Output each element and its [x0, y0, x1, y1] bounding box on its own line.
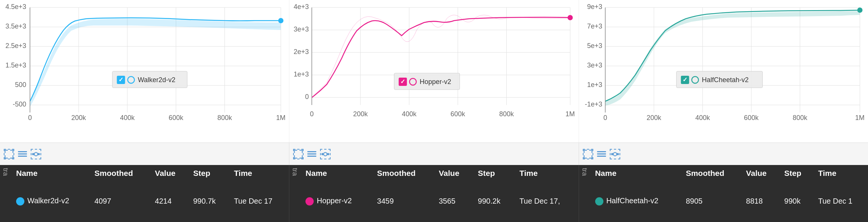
walker2d-data-table: Name Smoothed Value Step Time Walker2d-v…: [11, 165, 289, 222]
svg-point-98: [611, 153, 613, 155]
svg-text:0: 0: [305, 93, 309, 100]
halfcheetah-col-header-value: Value: [741, 165, 779, 180]
svg-text:-1e+3: -1e+3: [585, 100, 602, 108]
svg-text:200k: 200k: [647, 114, 661, 122]
svg-text:2e+3: 2e+3: [294, 48, 309, 56]
hopper-data-table: Name Smoothed Value Step Time Hopper-v2 …: [300, 165, 578, 222]
svg-text:3e+3: 3e+3: [587, 62, 602, 69]
svg-text:600k: 600k: [744, 114, 759, 122]
svg-point-53: [568, 15, 573, 20]
svg-text:3.5e+3: 3.5e+3: [5, 22, 26, 30]
walker2d-chart-container: 4.5e+3 3.5e+3 2.5e+3 1.5e+3 500 -500 0 2…: [0, 0, 289, 142]
svg-text:9e+3: 9e+3: [587, 3, 602, 10]
svg-text:✓: ✓: [682, 76, 687, 83]
hopper-tra-label: tra: [289, 165, 300, 222]
svg-text:400k: 400k: [695, 114, 710, 122]
walker2d-data-row: Walker2d-v2 4097 4214 990.7k Tue Dec 17: [11, 180, 289, 222]
col-header-step: Step: [188, 165, 229, 180]
hopper-value-cell: 3565: [434, 180, 473, 222]
walker2d-row-icon: [16, 197, 24, 206]
halfcheetah-tra-label: tra: [579, 165, 590, 222]
svg-text:7e+3: 7e+3: [587, 22, 602, 30]
svg-point-97: [613, 152, 617, 156]
halfcheetah-data-row: HalfCheetah-v2 8905 8818 990k Tue Dec 1: [590, 180, 868, 222]
svg-text:1M: 1M: [855, 114, 865, 122]
settings-icon-3[interactable]: [610, 149, 620, 159]
expand-icon[interactable]: [4, 149, 14, 159]
svg-text:200k: 200k: [71, 114, 86, 122]
halfcheetah-col-header-step: Step: [779, 165, 813, 180]
svg-text:1e+3: 1e+3: [294, 70, 309, 78]
svg-text:800k: 800k: [217, 114, 232, 122]
svg-point-95: [322, 153, 324, 155]
walker2d-chart-area: 4.5e+3 3.5e+3 2.5e+3 1.5e+3 500 -500 0 2…: [0, 0, 289, 142]
tables-row: tra Name Smoothed Value Step Time Walker…: [0, 165, 868, 222]
col-header-time: Time: [229, 165, 289, 180]
svg-point-96: [327, 153, 329, 155]
halfcheetah-data-table: Name Smoothed Value Step Time HalfCheeta…: [590, 165, 868, 222]
walker2d-step-cell: 990.7k: [188, 180, 229, 222]
settings-icon-2[interactable]: [320, 149, 331, 159]
svg-text:0: 0: [28, 114, 32, 122]
walker2d-name-cell: Walker2d-v2: [11, 180, 89, 222]
svg-text:5e+3: 5e+3: [587, 42, 602, 50]
lines-icon-2[interactable]: [307, 150, 317, 158]
svg-text:1e+3: 1e+3: [587, 81, 602, 88]
svg-text:1.5e+3: 1.5e+3: [5, 62, 26, 69]
hopper-row-icon: [305, 197, 314, 206]
halfcheetah-step-cell: 990k: [779, 180, 813, 222]
lines-icon-3[interactable]: [596, 150, 607, 158]
walker2d-time-cell: Tue Dec 17: [229, 180, 289, 222]
svg-point-92: [32, 153, 34, 155]
halfcheetah-row-icon: [595, 197, 603, 206]
hopper-table-wrap: tra Name Smoothed Value Step Time Hopper…: [289, 165, 579, 222]
svg-text:600k: 600k: [450, 110, 465, 118]
svg-text:Walker2d-v2: Walker2d-v2: [138, 76, 175, 84]
svg-text:HalfCheetah-v2: HalfCheetah-v2: [702, 76, 748, 84]
walker2d-table-wrap: tra Name Smoothed Value Step Time Walker…: [0, 165, 289, 222]
svg-text:800k: 800k: [793, 114, 808, 122]
walker2d-svg: 4.5e+3 3.5e+3 2.5e+3 1.5e+3 500 -500 0 2…: [0, 0, 289, 142]
halfcheetah-col-header-smoothed: Smoothed: [681, 165, 741, 180]
svg-point-94: [324, 152, 327, 156]
hopper-col-header-time: Time: [514, 165, 579, 180]
expand-icon-3[interactable]: [583, 149, 593, 159]
svg-text:1M: 1M: [566, 110, 575, 118]
svg-text:800k: 800k: [499, 110, 514, 118]
col-header-smoothed: Smoothed: [89, 165, 150, 180]
svg-point-91: [34, 152, 38, 156]
svg-text:✓: ✓: [118, 76, 123, 83]
svg-text:400k: 400k: [120, 114, 135, 122]
svg-text:0: 0: [310, 110, 314, 118]
halfcheetah-svg: 9e+3 7e+3 5e+3 3e+3 1e+3 -1e+3 0 200k 40…: [579, 0, 868, 142]
hopper-chart-container: 4e+3 3e+3 2e+3 1e+3 0 0 200k 400k 600k 8…: [289, 0, 579, 142]
svg-text:4e+3: 4e+3: [294, 3, 309, 10]
svg-text:500: 500: [15, 81, 26, 88]
charts-row: 4.5e+3 3.5e+3 2.5e+3 1.5e+3 500 -500 0 2…: [0, 0, 868, 142]
svg-text:-500: -500: [13, 100, 26, 108]
svg-text:600k: 600k: [169, 114, 184, 122]
halfcheetah-toolbar: [579, 143, 868, 165]
svg-text:400k: 400k: [402, 110, 417, 118]
halfcheetah-name-cell: HalfCheetah-v2: [590, 180, 681, 222]
settings-icon[interactable]: [31, 149, 41, 159]
halfcheetah-time-cell: Tue Dec 1: [813, 180, 868, 222]
svg-point-99: [617, 153, 619, 155]
halfcheetah-col-header-time: Time: [813, 165, 868, 180]
svg-point-24: [278, 18, 283, 23]
lines-icon[interactable]: [17, 150, 28, 158]
expand-icon-2[interactable]: [293, 149, 304, 159]
svg-text:✓: ✓: [400, 78, 405, 85]
halfcheetah-chart-container: 9e+3 7e+3 5e+3 3e+3 1e+3 -1e+3 0 200k 40…: [579, 0, 868, 142]
hopper-smoothed-cell: 3459: [372, 180, 434, 222]
halfcheetah-col-header-name: Name: [590, 165, 681, 180]
halfcheetah-smoothed-cell: 8905: [681, 180, 741, 222]
col-header-value: Value: [150, 165, 188, 180]
svg-text:200k: 200k: [353, 110, 368, 118]
halfcheetah-chart-area: 9e+3 7e+3 5e+3 3e+3 1e+3 -1e+3 0 200k 40…: [579, 0, 868, 142]
svg-text:1M: 1M: [276, 114, 286, 122]
halfcheetah-table-wrap: tra Name Smoothed Value Step Time HalfCh…: [579, 165, 868, 222]
hopper-col-header-value: Value: [434, 165, 473, 180]
svg-text:4.5e+3: 4.5e+3: [5, 3, 26, 10]
hopper-chart-area: 4e+3 3e+3 2e+3 1e+3 0 0 200k 400k 600k 8…: [289, 0, 578, 142]
